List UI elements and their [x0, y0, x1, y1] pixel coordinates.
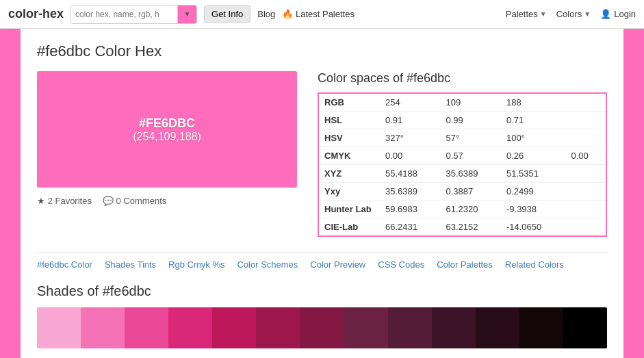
cs-value: 51.5351 [501, 165, 566, 183]
color-spaces-title: Color spaces of #fe6dbc [318, 71, 607, 86]
swatch-rgb-label: (254,109,188) [133, 131, 201, 143]
shade-item[interactable] [212, 307, 256, 348]
section-nav: #fe6dbc ColorShades TintsRgb Cmyk %sColo… [37, 252, 607, 270]
table-row: Hunter Lab59.698361.2320-9.3938 [318, 201, 606, 218]
navbar: color-hex ▼ Get Info Blog 🔥 Latest Palet… [0, 0, 644, 29]
colors-arrow-icon: ▼ [584, 10, 591, 18]
cs-value: -14.0650 [501, 218, 566, 237]
search-wrap: ▼ [70, 5, 197, 24]
table-row: HSL0.910.990.71 [318, 112, 606, 129]
fire-icon: 🔥 [282, 9, 293, 19]
latest-palettes-link[interactable]: 🔥 Latest Palettes [282, 9, 355, 19]
left-column: #FE6DBC (254,109,188) ★ 2 Favorites 💬 0 … [37, 71, 297, 206]
section-nav-link[interactable]: CSS Codes [378, 259, 424, 270]
dropdown-arrow-icon: ▼ [184, 10, 191, 18]
section-nav-link[interactable]: Rgb Cmyk %s [168, 259, 224, 270]
side-bar-right [623, 29, 644, 358]
shade-item[interactable] [432, 307, 476, 348]
section-nav-link[interactable]: Related Colors [505, 259, 564, 270]
shade-item[interactable] [81, 307, 125, 348]
cs-value: 0.71 [501, 112, 566, 129]
star-icon: ★ [37, 196, 45, 206]
cs-value: 327° [380, 129, 440, 147]
cs-value: 0.00 [380, 147, 440, 165]
cs-value: 59.6983 [380, 201, 440, 218]
cs-value: 35.6389 [380, 183, 440, 201]
cs-label: XYZ [318, 165, 380, 183]
right-column: Color spaces of #fe6dbc RGB254109188HSL0… [318, 71, 607, 237]
table-row: HSV327°57°100° [318, 129, 606, 147]
cs-label: RGB [318, 93, 380, 112]
user-icon: 👤 [600, 9, 611, 19]
cs-value: 0.00 [566, 147, 606, 165]
section-nav-link[interactable]: #fe6dbc Color [37, 259, 92, 270]
favorites-count: ★ 2 Favorites [37, 196, 92, 206]
blog-link[interactable]: Blog [257, 9, 275, 19]
section-nav-link[interactable]: Color Palettes [437, 259, 493, 270]
table-row: Yxy35.63890.38870.2499 [318, 183, 606, 201]
cs-value: 35.6389 [440, 165, 500, 183]
shades-bar [37, 307, 607, 348]
cs-value: 61.2320 [440, 201, 500, 218]
shade-item[interactable] [168, 307, 212, 348]
cs-value: 0.2499 [501, 183, 566, 201]
section-nav-link[interactable]: Color Preview [310, 259, 365, 270]
cs-value: 0.91 [380, 112, 440, 129]
cs-value: 63.2152 [440, 218, 500, 237]
palettes-dropdown[interactable]: Palettes ▼ [506, 9, 547, 19]
cs-value: 0.57 [440, 147, 500, 165]
comment-icon: 💬 [103, 196, 114, 206]
get-info-button[interactable]: Get Info [204, 5, 250, 23]
two-col-layout: #FE6DBC (254,109,188) ★ 2 Favorites 💬 0 … [37, 71, 607, 237]
palettes-arrow-icon: ▼ [540, 10, 547, 18]
cs-label: CMYK [318, 147, 380, 165]
page-title: #fe6dbc Color Hex [37, 42, 607, 60]
cs-value: 188 [501, 93, 566, 112]
cs-label: HSV [318, 129, 380, 147]
cs-value: 254 [380, 93, 440, 112]
shade-item[interactable] [300, 307, 344, 348]
main-content: #fe6dbc Color Hex #FE6DBC (254,109,188) … [21, 29, 623, 358]
shade-item[interactable] [37, 307, 81, 348]
color-swatch: #FE6DBC (254,109,188) [37, 71, 297, 188]
color-meta: ★ 2 Favorites 💬 0 Comments [37, 196, 297, 206]
side-bar-left [0, 29, 21, 358]
section-nav-link[interactable]: Color Schemes [237, 259, 298, 270]
cs-label: Hunter Lab [318, 201, 380, 218]
cs-value: 109 [440, 93, 500, 112]
colors-dropdown[interactable]: Colors ▼ [556, 9, 591, 19]
search-input[interactable] [71, 5, 177, 23]
cs-label: Yxy [318, 183, 380, 201]
cs-value: 66.2431 [380, 218, 440, 237]
cs-label: CIE-Lab [318, 218, 380, 237]
swatch-hex-label: #FE6DBC [139, 116, 195, 131]
cs-value: 0.99 [440, 112, 500, 129]
shade-item[interactable] [563, 307, 607, 348]
brand-logo[interactable]: color-hex [8, 7, 64, 21]
shade-item[interactable] [476, 307, 519, 348]
shade-item[interactable] [256, 307, 300, 348]
shade-item[interactable] [125, 307, 168, 348]
navbar-right: Palettes ▼ Colors ▼ 👤 Login [506, 9, 636, 19]
shades-title: Shades of #fe6dbc [37, 283, 607, 299]
comments-count: 💬 0 Comments [103, 196, 166, 206]
shade-item[interactable] [519, 307, 563, 348]
page-wrapper: #fe6dbc Color Hex #FE6DBC (254,109,188) … [0, 29, 644, 358]
cs-label: HSL [318, 112, 380, 129]
shade-item[interactable] [344, 307, 388, 348]
table-row: CIE-Lab66.243163.2152-14.0650 [318, 218, 606, 237]
table-row: XYZ55.418835.638951.5351 [318, 165, 606, 183]
table-row: CMYK0.000.570.260.00 [318, 147, 606, 165]
login-button[interactable]: 👤 Login [600, 9, 636, 19]
cs-value: 0.3887 [440, 183, 500, 201]
shade-item[interactable] [388, 307, 432, 348]
cs-value: 55.4188 [380, 165, 440, 183]
color-preview-swatch[interactable]: ▼ [177, 5, 196, 24]
table-row: RGB254109188 [318, 93, 606, 112]
cs-value: 0.26 [501, 147, 566, 165]
color-spaces-table: RGB254109188HSL0.910.990.71HSV327°57°100… [318, 92, 607, 237]
cs-value: -9.3938 [501, 201, 566, 218]
cs-value: 57° [440, 129, 500, 147]
cs-value: 100° [501, 129, 566, 147]
section-nav-link[interactable]: Shades Tints [105, 259, 156, 270]
